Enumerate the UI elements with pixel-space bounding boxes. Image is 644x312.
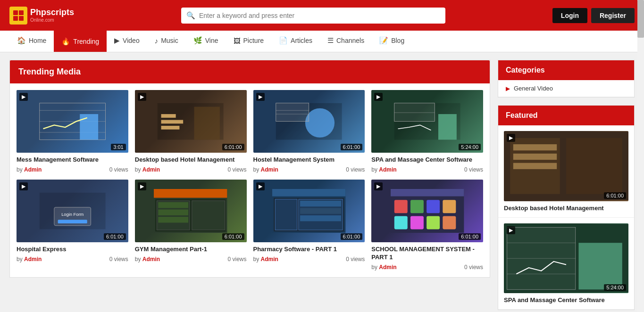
svg-rect-32 — [159, 202, 189, 208]
video-views-8: 0 views — [464, 264, 483, 271]
svg-rect-51 — [427, 216, 440, 230]
video-meta-4: by Admin 0 views — [371, 166, 483, 173]
nav-trending-label: Trending — [73, 38, 99, 45]
nav-music-label: Music — [161, 37, 178, 44]
search-input[interactable] — [181, 8, 445, 24]
scrollbar-track[interactable] — [637, 0, 644, 312]
duration-badge-6: 6:01:00 — [222, 233, 244, 240]
featured-thumb-1: ▶ 6:01:00 — [504, 131, 628, 201]
featured-title: Featured — [498, 106, 634, 125]
trending-section-title: Trending Media — [10, 60, 490, 83]
svg-rect-33 — [159, 210, 189, 215]
featured-video-title-1: Desktop based Hotel Management — [504, 205, 628, 212]
channels-icon: ☰ — [327, 36, 334, 45]
play-badge-6: ▶ — [138, 182, 146, 190]
svg-text:Login Form: Login Form — [61, 213, 84, 217]
play-badge-7: ▶ — [256, 182, 265, 190]
play-badge-8: ▶ — [374, 182, 383, 190]
scrollbar-thumb[interactable] — [637, 0, 644, 38]
header-buttons: Login Register — [552, 8, 635, 23]
duration-badge-7: 6:01:00 — [341, 233, 363, 240]
nav-channels[interactable]: ☰ Channels — [320, 31, 372, 52]
video-icon: ▶ — [114, 36, 120, 45]
svg-rect-22 — [438, 114, 457, 140]
video-card-2[interactable]: ▶ 6:01:00 Desktop based Hotel Management… — [135, 90, 247, 173]
featured-duration-badge-1: 6:01:00 — [604, 192, 626, 199]
featured-video-2[interactable]: ▶ 5:24:00 SPA and Massage Center Softwar… — [498, 218, 634, 310]
nav-music[interactable]: ♪ Music — [147, 31, 186, 52]
nav-home[interactable]: 🏠 Home — [9, 31, 54, 52]
video-title-5: Hospital Express — [17, 246, 128, 254]
sidebar: Categories ▶ General Video Featured — [498, 60, 635, 312]
video-thumb-2: ▶ 6:01:00 — [135, 90, 247, 153]
svg-rect-46 — [410, 200, 424, 213]
video-card-6[interactable]: ▶ 6:01:00 GYM Management Part-1 by Admin… — [135, 180, 247, 271]
svg-rect-20 — [394, 103, 435, 122]
nav-trending[interactable]: 🔥 Trending — [54, 31, 107, 52]
categories-title: Categories — [498, 60, 634, 80]
play-badge-2: ▶ — [138, 93, 146, 101]
featured-video-1[interactable]: ▶ 6:01:00 Desktop based Hotel Management — [498, 125, 634, 218]
video-grid: ▶ 3:01 Mess Management Software by Admin… — [10, 83, 490, 277]
duration-badge-1: 3:01 — [111, 144, 125, 150]
svg-rect-56 — [513, 144, 557, 150]
svg-rect-1 — [19, 10, 24, 15]
video-meta-5: by Admin 0 views — [17, 256, 128, 263]
svg-point-15 — [305, 108, 335, 138]
video-meta-7: by Admin 0 views — [253, 256, 365, 263]
video-title-1: Mess Management Software — [17, 156, 128, 164]
video-views-5: 0 views — [109, 256, 128, 263]
category-label: General Video — [514, 85, 553, 92]
video-card-7[interactable]: ▶ 6:01:00 Pharmacy Software - PART 1 by … — [253, 180, 365, 271]
blog-icon: 📝 — [379, 36, 388, 45]
picture-icon: 🖼 — [234, 37, 241, 45]
video-card-5[interactable]: Login Form ▶ 6:01:00 Hospital Express by… — [17, 180, 128, 271]
category-item-general-video[interactable]: ▶ General Video — [498, 80, 634, 97]
video-card-8[interactable]: ▶ 6:01:00 SCHOOL MANAGEMENT SYSTEM - PAR… — [371, 180, 483, 271]
video-author-6: by Admin — [135, 256, 160, 263]
svg-rect-8 — [80, 114, 98, 140]
categories-section: Categories ▶ General Video — [498, 60, 635, 98]
music-icon: ♪ — [155, 37, 159, 45]
video-thumb-4: ▶ 5:24:00 — [371, 90, 483, 153]
featured-section: Featured ▶ 6:01:00 — [498, 105, 635, 310]
svg-rect-13 — [194, 107, 220, 140]
svg-rect-28 — [154, 189, 227, 198]
nav-picture[interactable]: 🖼 Picture — [226, 31, 272, 52]
vine-icon: 🌿 — [193, 36, 202, 45]
play-badge-1: ▶ — [19, 93, 28, 101]
svg-rect-58 — [513, 163, 557, 169]
login-button[interactable]: Login — [552, 8, 587, 23]
nav-channels-label: Channels — [336, 37, 364, 44]
svg-rect-16 — [276, 103, 309, 122]
video-author-5: by Admin — [17, 256, 42, 263]
svg-rect-2 — [13, 16, 18, 21]
nav-home-label: Home — [29, 37, 46, 44]
video-thumb-5: Login Form ▶ 6:01:00 — [17, 180, 128, 242]
video-thumb-6: ▶ 6:01:00 — [135, 180, 247, 242]
svg-rect-11 — [161, 120, 184, 123]
video-card-4[interactable]: ▶ 5:24:00 SPA and Massage Center Softwar… — [371, 90, 483, 173]
nav-articles[interactable]: 📄 Articles — [271, 31, 320, 52]
nav-vine[interactable]: 🌿 Vine — [186, 31, 226, 52]
nav-video-label: Video — [123, 37, 140, 44]
chevron-right-icon: ▶ — [506, 85, 510, 92]
video-card-1[interactable]: ▶ 3:01 Mess Management Software by Admin… — [17, 90, 128, 173]
video-author-8: by Admin — [371, 264, 396, 271]
register-button[interactable]: Register — [591, 8, 635, 23]
svg-rect-38 — [275, 199, 297, 230]
video-author-2: by Admin — [135, 166, 160, 173]
duration-badge-8: 6:01:00 — [459, 233, 481, 240]
nav-video[interactable]: ▶ Video — [107, 31, 147, 52]
video-card-3[interactable]: ▶ 6:01:00 Hostel Management System by Ad… — [253, 90, 365, 173]
nav-picture-label: Picture — [243, 37, 264, 44]
play-badge-5: ▶ — [19, 182, 28, 190]
video-thumb-1: ▶ 3:01 — [17, 90, 128, 153]
video-views-2: 0 views — [227, 166, 246, 173]
nav-blog-label: Blog — [391, 37, 404, 44]
svg-rect-31 — [192, 201, 225, 230]
video-views-1: 0 views — [109, 166, 128, 173]
svg-rect-10 — [161, 114, 176, 118]
nav-blog[interactable]: 📝 Blog — [372, 31, 412, 52]
video-meta-3: by Admin 0 views — [253, 166, 365, 173]
